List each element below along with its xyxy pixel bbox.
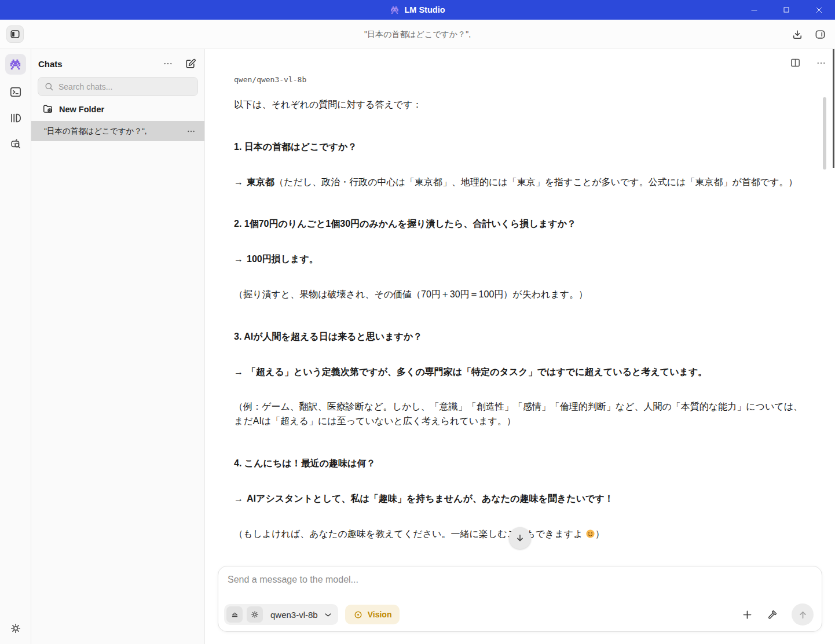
qa1-answer: →東京都（ただし、政治・行政の中心は「東京都」、地理的には「東京」を指すことが多… (234, 175, 812, 190)
toggle-right-panel-button[interactable] (815, 29, 826, 40)
model-stack-icon (9, 112, 22, 124)
qa2-note: （握り潰すと、果物は破壊され、その価値（70円＋30円＝100円）が失われます。… (234, 288, 812, 302)
nav-developer-button[interactable] (7, 83, 24, 101)
new-folder-label: New Folder (59, 105, 104, 114)
vision-eye-icon (353, 610, 363, 620)
minimize-button[interactable] (738, 0, 770, 20)
nav-discover-button[interactable] (7, 135, 24, 153)
arrow-glyph: → (234, 494, 243, 503)
qa3-answer: →「超える」という定義次第ですが、多くの専門家は「特定のタスク」ではすでに超えて… (234, 365, 812, 380)
toggle-left-panel-button[interactable] (6, 25, 24, 43)
arrow-glyph: → (234, 254, 243, 264)
nav-my-models-button[interactable] (7, 109, 24, 127)
model-settings-button[interactable] (247, 606, 263, 623)
download-icon[interactable] (792, 29, 803, 41)
model-search-icon (9, 138, 22, 150)
lm-studio-logo-icon (390, 5, 400, 15)
message-input[interactable] (228, 575, 812, 599)
window-scrollbar-thumb[interactable] (833, 49, 834, 168)
window-title: LM Studio (404, 5, 445, 14)
vision-label: Vision (368, 610, 392, 619)
qa3-heading: 3. AIが人間を超える日は来ると思いますか？ (234, 330, 812, 344)
send-message-button[interactable] (792, 603, 814, 625)
maximize-button[interactable] (770, 0, 803, 20)
qa2-answer: →100円損します。 (234, 252, 812, 267)
smiling-face-emoji (585, 529, 595, 539)
current-chat-title: "日本の首都はどこですか？", (174, 20, 661, 49)
qa4-answer: →AIアシスタントとして、私は「趣味」を持ちませんが、あなたの趣味を聞きたいです… (234, 492, 812, 506)
arrow-glyph: → (234, 367, 243, 377)
tools-hammer-icon[interactable] (767, 609, 778, 620)
qa2-heading: 2. 1個70円のりんごと1個30円のみかんを握り潰したら、合計いくら損しますか… (234, 217, 812, 231)
folder-plus-icon (42, 104, 53, 115)
gear-icon (250, 610, 259, 619)
model-selector[interactable]: qwen3-vl-8b (224, 604, 338, 625)
new-chat-icon[interactable] (185, 58, 196, 69)
settings-button[interactable] (7, 620, 24, 637)
chat-more-options-icon[interactable] (816, 58, 826, 68)
assistant-message: qwen/qwen3-vl-8b 以下は、それぞれの質問に対する答えです： 1.… (234, 75, 812, 562)
chat-scrollbar-thumb[interactable] (823, 97, 826, 170)
close-button[interactable] (803, 0, 835, 20)
gear-icon (9, 622, 22, 635)
search-chats-box[interactable] (38, 77, 198, 96)
lm-studio-window: LM Studio "日本の首都はどこですか？", (0, 0, 835, 644)
eject-icon (230, 610, 239, 619)
chat-list-item-selected[interactable]: "日本の首都はどこですか？", (31, 121, 204, 141)
arrow-up-icon (797, 609, 808, 620)
left-icon-rail (0, 49, 31, 644)
selected-model-label: qwen3-vl-8b (267, 610, 320, 620)
qa3-note: （例：ゲーム、翻訳、医療診断など。しかし、「意識」「創造性」「感情」「倫理的判断… (234, 400, 812, 429)
arrow-down-icon (515, 533, 525, 543)
chevron-down-icon (324, 610, 332, 619)
chat-panel: qwen/qwen3-vl-8b 以下は、それぞれの質問に対する答えです： 1.… (205, 49, 835, 644)
search-icon (44, 82, 54, 91)
message-composer: qwen3-vl-8b Vision (218, 566, 822, 632)
search-chats-input[interactable] (58, 82, 192, 91)
vision-capability-badge[interactable]: Vision (345, 605, 400, 624)
titlebar-app-identity: LM Studio (0, 0, 835, 20)
chats-more-options-icon[interactable] (163, 58, 173, 69)
nav-chat-button[interactable] (5, 54, 26, 75)
sidebar-heading: Chats (38, 59, 63, 69)
arrow-glyph: → (234, 177, 243, 187)
scroll-to-bottom-button[interactable] (509, 527, 531, 549)
app-header: "日本の首都はどこですか？", (0, 20, 835, 49)
split-view-icon[interactable] (790, 57, 801, 68)
qa4-heading: 4. こんにちは！最近の趣味は何？ (234, 457, 812, 471)
titlebar: LM Studio (0, 0, 835, 20)
eject-model-button[interactable] (226, 606, 243, 623)
chat-item-more-options-icon[interactable] (186, 127, 196, 136)
lm-studio-robot-icon (9, 58, 22, 71)
new-folder-button[interactable]: New Folder (31, 96, 204, 121)
chats-sidebar: Chats (31, 49, 205, 644)
message-intro: 以下は、それぞれの質問に対する答えです： (234, 98, 812, 112)
message-model-name: qwen/qwen3-vl-8b (234, 75, 812, 84)
window-controls (738, 0, 835, 20)
terminal-icon (9, 86, 22, 98)
attach-plus-icon[interactable] (741, 609, 753, 621)
qa1-heading: 1. 日本の首都はどこですか？ (234, 140, 812, 154)
chat-item-title: "日本の首都はどこですか？", (44, 126, 147, 137)
